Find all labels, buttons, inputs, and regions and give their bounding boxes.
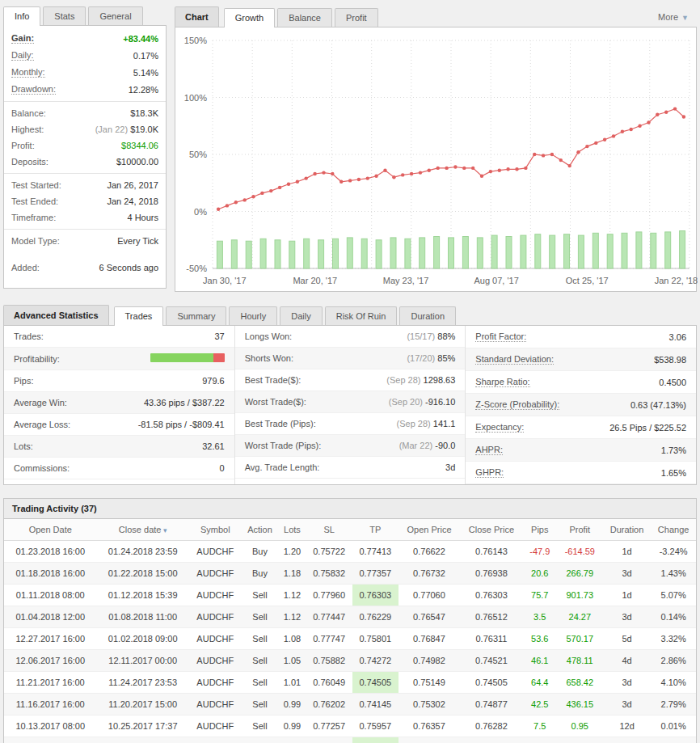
col-header-symbol[interactable]: Symbol [189,519,242,541]
col-header-lots[interactable]: Lots [278,519,306,541]
cell-profit: 658.42 [557,672,603,694]
stat-label[interactable]: Standard Deviation: [475,354,554,365]
stat-value-date: (Sep 20) [389,397,425,407]
stat-label: Worst Trade (Pips): [245,441,322,450]
col-header-duration[interactable]: Duration [603,519,651,541]
drawdown-label[interactable]: Drawdown: [11,84,56,95]
cell-close-date: 12.11.2017 00:00 [96,650,188,672]
cell-change: 0.14% [651,606,696,628]
daily-label[interactable]: Daily: [11,50,34,61]
tab-summary[interactable]: Summary [166,306,226,325]
stat-value: 3d [445,462,455,472]
cell-pips: 53.6 [523,628,557,650]
stat-label: Lots: [14,441,33,451]
cell-pips: 46.1 [523,650,557,672]
stat-value-date: (15/17) [407,331,437,341]
growth-chart-svg: 150%100%50%0%-50%Jan 30, '17Mar 20, '17M… [175,29,698,291]
cell-lots: 1.01 [278,672,306,694]
tab-general[interactable]: General [88,6,142,25]
tab-duration[interactable]: Duration [399,306,456,325]
stat-value: (Sep 28) 141.1 [397,419,456,428]
cell-tp: 0.77357 [352,563,398,585]
col-header-close-price[interactable]: Close Price [460,519,523,541]
stat-label[interactable]: Expectancy: [475,422,524,433]
chevron-down-icon: ▼ [681,14,689,22]
table-row: 11.16.2017 16:0011.20.2017 15:00AUDCHFSe… [4,694,696,716]
cell-pips: -47.9 [523,541,557,563]
stat-value: 0.4500 [659,378,686,387]
col-header-open-price[interactable]: Open Price [398,519,460,541]
stat-label[interactable]: AHPR: [475,445,503,455]
cell-close-price: 0.76221 [460,737,523,743]
stat-value: $538.98 [654,355,686,365]
stat-label[interactable]: Profit Factor: [475,331,526,342]
stats-column-2: Longs Won:(15/17) 88%Shorts Won:(17/20) … [234,326,466,484]
cell-close-date: 01.22.2018 15:00 [96,563,188,585]
tab-risk-of-ruin[interactable]: Risk Of Ruin [325,306,398,325]
cell-pips: 7.5 [523,716,557,737]
cell-open-price: 0.75939 [398,737,460,743]
added-value: 6 Seconds ago [99,263,158,272]
cell-close-date: 10.12.2017 11:37 [96,737,188,743]
col-header-change[interactable]: Change [651,519,696,541]
stat-value: -81.58 pips / -$809.41 [138,420,225,429]
col-header-pips[interactable]: Pips [523,519,557,541]
timeframe-value: 4 Hours [127,213,158,222]
col-header-action[interactable]: Action [242,519,279,541]
tab-daily[interactable]: Daily [280,306,322,325]
added-label: Added: [11,263,40,272]
tab-trades[interactable]: Trades [114,306,164,326]
stat-label: Commissions: [14,463,70,473]
stat-value-date: (Sep 28) [397,419,433,428]
cell-sl: 0.77960 [306,585,352,606]
col-header-open-date[interactable]: Open Date [4,519,96,541]
page: Info Stats General Gain: +83.44% Daily: … [0,0,700,743]
stat-label[interactable]: Z-Score (Probability): [475,399,559,410]
stat-row: Avg. Trade Length:3d [235,457,466,479]
svg-text:May 23, '17: May 23, '17 [383,276,429,285]
divider [4,173,166,174]
tab-info[interactable]: Info [3,6,40,26]
col-header-close-date[interactable]: Close date ▾ [96,519,188,541]
cell-pips: 28.2 [523,737,557,743]
trading-activity-panel: Trading Activity (37) Open DateClose dat… [3,498,697,743]
cell-pips: 64.4 [523,672,557,694]
cell-change: 4.10% [651,672,696,694]
deposits-label: Deposits: [11,157,48,167]
cell-action: Buy [242,737,279,743]
more-dropdown[interactable]: More▼ [650,7,697,27]
stat-value: (Mar 22) -90.0 [399,441,456,450]
cell-open-date: 01.04.2018 12:00 [4,606,96,628]
cell-duration: 3d [603,606,651,628]
tab-chart-balance[interactable]: Balance [277,8,332,27]
cell-sl: 0.75832 [306,563,352,585]
stat-label[interactable]: GHPR: [475,467,504,478]
cell-open-price: 0.76847 [398,628,460,650]
cell-change: 0.01% [651,716,696,737]
col-header-tp[interactable]: TP [352,519,398,541]
tab-stats[interactable]: Stats [43,6,86,25]
profit-value: $8344.06 [121,141,158,150]
stat-row: Lots:32.61 [4,436,234,458]
cell-symbol: AUDCHF [189,737,242,743]
balance-row: Balance: $18.3K [4,105,166,121]
stat-row: Sharpe Ratio:0.4500 [466,371,696,394]
stat-row: Trades:37 [4,326,234,348]
cell-duration: 5d [603,628,651,650]
tab-chart-profit[interactable]: Profit [335,8,378,27]
cell-profit: 24.27 [557,606,603,628]
tab-hourly[interactable]: Hourly [229,306,277,325]
stat-label[interactable]: Sharpe Ratio: [475,377,529,387]
col-header-sl[interactable]: SL [306,519,352,541]
cell-symbol: AUDCHF [189,672,242,694]
col-header-profit[interactable]: Profit [557,519,603,541]
monthly-label[interactable]: Monthly: [11,67,45,78]
test-ended-label: Test Ended: [11,196,58,206]
cell-duration: 3d [603,672,651,694]
cell-sl: 0.76202 [306,694,352,716]
stat-value: 0 [220,463,225,473]
gain-label[interactable]: Gain: [11,33,34,44]
cell-symbol: AUDCHF [189,541,242,563]
svg-text:0%: 0% [194,207,207,217]
tab-chart-growth[interactable]: Growth [224,8,275,27]
